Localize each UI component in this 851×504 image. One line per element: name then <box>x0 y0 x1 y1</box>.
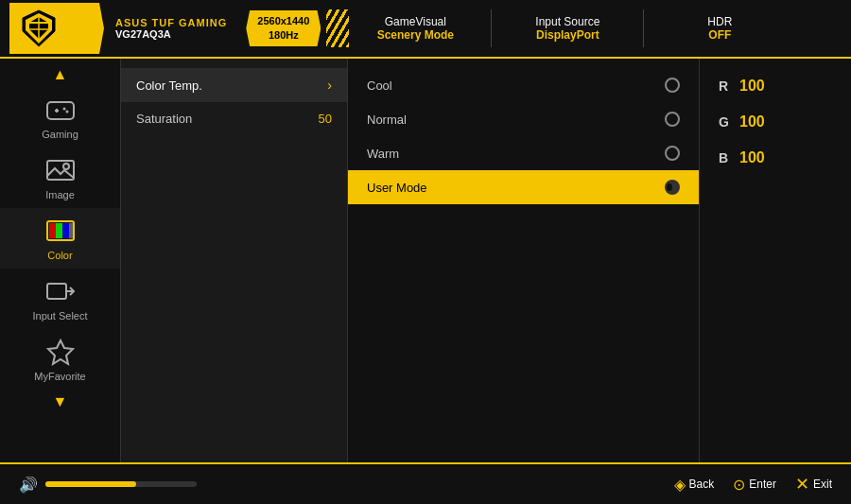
menu-panel: Color Temp. › Saturation 50 <box>121 59 348 462</box>
option-user-mode[interactable]: User Mode <box>348 170 699 204</box>
color-temp-label: Color Temp. <box>136 78 202 93</box>
normal-radio[interactable] <box>665 112 680 127</box>
warm-label: Warm <box>367 147 655 161</box>
menu-item-saturation[interactable]: Saturation 50 <box>121 102 347 135</box>
header: ASUS TUF GAMING VG27AQ3A 2560x1440 180Hz… <box>0 0 851 59</box>
warm-radio[interactable] <box>665 146 680 161</box>
svg-point-10 <box>65 111 68 113</box>
header-divider-2 <box>643 9 644 47</box>
color-label: Color <box>47 250 72 261</box>
gamevisual-label: GameVisual <box>385 15 446 28</box>
sidebar: ▲ Gaming Image <box>0 59 121 462</box>
enter-button[interactable]: ⊙ Enter <box>733 476 776 494</box>
blue-value: 100 <box>739 149 765 166</box>
user-mode-radio[interactable] <box>665 180 680 195</box>
rgb-blue-row: B 100 <box>700 140 851 176</box>
svg-rect-14 <box>49 223 56 238</box>
blue-label: B <box>719 150 732 165</box>
volume-bar[interactable] <box>45 481 197 487</box>
svg-rect-16 <box>62 223 69 238</box>
user-mode-label: User Mode <box>367 181 655 195</box>
myfavorite-icon <box>45 337 76 367</box>
refresh-value: 180Hz <box>257 28 309 43</box>
model-label: VG27AQ3A <box>115 28 227 40</box>
green-label: G <box>719 114 732 130</box>
svg-marker-20 <box>48 340 73 364</box>
asus-tuf-logo <box>19 9 59 48</box>
options-panel: Cool Normal Warm User Mode <box>348 59 700 462</box>
sidebar-down-arrow[interactable]: ▼ <box>49 390 72 414</box>
svg-rect-17 <box>69 223 73 238</box>
option-cool[interactable]: Cool <box>348 68 699 102</box>
image-label: Image <box>45 189 75 200</box>
sidebar-item-myfavorite[interactable]: MyFavorite <box>0 329 120 390</box>
saturation-value: 50 <box>319 112 332 126</box>
gamevisual-section: GameVisual Scenery Mode <box>368 15 462 42</box>
svg-rect-6 <box>47 102 74 119</box>
input-value: DisplayPort <box>536 28 599 42</box>
gamevisual-value: Scenery Mode <box>377 28 454 42</box>
cool-radio[interactable] <box>665 78 680 93</box>
svg-point-12 <box>63 164 69 169</box>
myfavorite-label: MyFavorite <box>34 371 85 382</box>
enter-label: Enter <box>749 478 776 491</box>
rgb-panel: R 100 G 100 B 100 <box>700 59 851 462</box>
exit-icon: ✕ <box>795 474 809 495</box>
rgb-green-row: G 100 <box>700 104 851 140</box>
gaming-label: Gaming <box>42 129 78 140</box>
volume-fill <box>45 481 136 487</box>
input-label: Input Source <box>535 15 599 28</box>
svg-rect-15 <box>56 223 62 238</box>
rgb-red-row: R 100 <box>700 68 851 104</box>
exit-label: Exit <box>813 478 832 491</box>
enter-icon: ⊙ <box>733 476 745 494</box>
cool-label: Cool <box>367 78 655 93</box>
option-normal[interactable]: Normal <box>348 102 699 136</box>
back-button[interactable]: ◈ Back <box>674 476 715 494</box>
color-icon <box>45 216 76 246</box>
red-label: R <box>719 78 732 94</box>
hdr-label: HDR <box>707 15 732 28</box>
resolution-value: 2560x1440 <box>257 14 309 28</box>
svg-point-9 <box>62 108 65 111</box>
hdr-section: HDR OFF <box>672 15 767 42</box>
sidebar-item-color[interactable]: Color <box>0 208 120 269</box>
volume-icon: 🔊 <box>19 476 38 494</box>
option-warm[interactable]: Warm <box>348 136 699 170</box>
color-temp-arrow: › <box>327 78 332 93</box>
sidebar-item-input-select[interactable]: Input Select <box>0 269 120 329</box>
saturation-label: Saturation <box>136 112 192 126</box>
input-select-icon <box>45 276 76 306</box>
sidebar-up-arrow[interactable]: ▲ <box>49 62 72 87</box>
input-select-label: Input Select <box>32 310 87 322</box>
bottom-bar: 🔊 ◈ Back ⊙ Enter ✕ Exit <box>0 462 851 504</box>
sidebar-item-gaming[interactable]: Gaming <box>0 87 120 148</box>
menu-item-color-temp[interactable]: Color Temp. › <box>121 68 347 102</box>
monitor-info: ASUS TUF GAMING VG27AQ3A <box>115 17 227 40</box>
resolution-box: 2560x1440 180Hz <box>246 10 321 47</box>
normal-label: Normal <box>367 113 655 127</box>
diagonal-divider <box>326 9 349 47</box>
gaming-icon <box>45 95 76 125</box>
svg-rect-18 <box>47 284 66 299</box>
exit-button[interactable]: ✕ Exit <box>795 474 832 495</box>
sidebar-item-image[interactable]: Image <box>0 148 120 208</box>
back-label: Back <box>689 478 715 491</box>
hdr-value: OFF <box>708 28 731 42</box>
image-icon <box>45 155 76 185</box>
green-value: 100 <box>739 113 765 130</box>
brand-label: ASUS TUF GAMING <box>115 17 227 28</box>
logo-area <box>9 3 104 54</box>
input-source-section: Input Source DisplayPort <box>520 15 615 42</box>
main-layout: ▲ Gaming Image <box>0 59 851 462</box>
red-value: 100 <box>739 78 765 95</box>
header-divider-1 <box>491 9 492 47</box>
back-icon: ◈ <box>674 476 686 494</box>
svg-rect-11 <box>47 161 74 180</box>
